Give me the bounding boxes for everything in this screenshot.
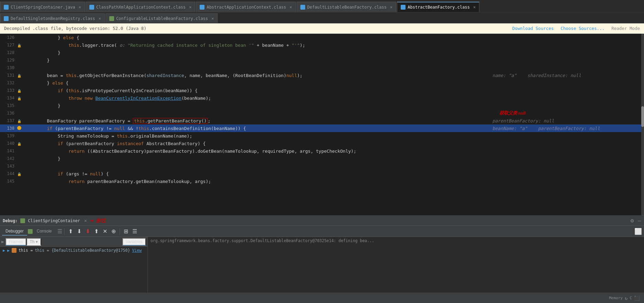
line-number: 127 [0,41,17,49]
vertical-scrollbar[interactable] [641,34,644,215]
code-cell: } else { [24,34,492,41]
debug-minimize-icon[interactable]: — [638,217,641,224]
tab-close-defaultsingleton[interactable]: × [99,16,101,21]
line-number: 140 [0,140,17,147]
table-view-button[interactable]: ⊞ [122,227,130,236]
tab-variables[interactable]: Variables [122,238,146,246]
tab-icon-clientspring [4,5,9,10]
tab-close-configurablelistable[interactable]: × [211,16,214,21]
tab-abstractbean[interactable]: AbstractBeanFactory.class × [397,2,479,12]
code-cell: return ((AbstractBeanFactory)parentBeanF… [24,147,492,155]
gutter-cell: 🔒 [17,94,24,102]
reader-mode-link[interactable]: Reader Mode [611,26,640,31]
evaluate-button[interactable]: ✕ [101,227,109,236]
table-row: 129 } [0,56,644,64]
tab-configurablelistable[interactable]: ConfigurableListableBeanFactory.class × [106,13,218,23]
debug-settings-icon[interactable]: ⚙ [631,217,634,224]
debug-toolbar: Debugger Console ☰ ⬆ ⬇ ⬇ ⬆ ✕ ⊕ ⊞ ☰ ⬜ [0,226,644,237]
tab-close-defaultlistable[interactable]: × [390,5,392,10]
table-row: 140 🔒 if (parentBeanFactory instanceof A… [0,140,644,147]
debug-frames-list[interactable]: ▶ ▶ this = this = {DefaultListableBeanFa… [0,247,147,293]
decompiled-info: Decompiled .class file, bytecode version… [4,26,146,31]
tab-defaultlistable[interactable]: DefaultListableBeanFactory.class × [297,2,396,12]
tab-icon-abstractapp [200,5,204,10]
memory-bar: Memory ↻ C ⬛ [0,293,644,303]
hint-cell [492,102,644,109]
table-row: 127 🔒 this.logger.trace( o: "Returning c… [0,41,644,49]
table-row: 134 🔒 throw new BeanCurrentlyInCreationE… [0,94,644,102]
line-number: 144 [0,170,17,177]
tab-frames[interactable]: Frames [5,238,26,246]
tab-icon-defaultsingleton [4,16,9,21]
table-row: 144 🔒 if (args != null) { [0,170,644,177]
gutter-cell: 🔒 [17,72,24,79]
breakpoint-icon [17,126,21,130]
download-sources-link[interactable]: Download Sources [512,26,554,31]
lock-icon: 🔒 [17,74,21,78]
code-cell: } [24,102,492,109]
tab-close-abstractapp[interactable]: × [290,5,292,10]
code-table: 126 } else { 127 🔒 this.logger.trace( o:… [0,34,644,185]
gutter-cell [17,155,24,162]
hint-cell: name: "a" sharedInstance: null [492,72,644,79]
panel-expand-icon[interactable]: ⬜ [634,228,642,235]
step-over-button[interactable]: ⬆ [67,227,75,236]
code-cell: bean = this.getObjectForBeanInstance(sha… [24,72,492,79]
code-cell: return parentBeanFactory.getBean(nameTol… [24,177,492,185]
debug-session-name: ClientSpringContainer [28,218,80,223]
maximize-icon[interactable]: ⬛ [634,295,640,301]
code-cell: if (args != null) { [24,170,492,177]
tab-close-clientspring[interactable]: × [79,5,81,10]
tab-bar-row2: DefaultSingletonBeanRegistry.class × Con… [0,12,644,23]
gutter-cell: 🔒 [17,87,24,94]
debug-session-close[interactable]: × [84,218,87,223]
tab-close-classpathxml[interactable]: × [189,5,191,10]
tab-console[interactable]: Console [33,227,55,236]
hint-cell: beanName: "a" parentBeanFactory: null [492,125,644,132]
code-cell: } [24,56,492,64]
trace-button[interactable]: ⊕ [110,227,118,236]
line-number: 143 [0,162,17,170]
menu-icon[interactable]: ☰ [57,228,62,235]
annotation-text: 获取父类 null [499,110,526,116]
code-scroll[interactable]: 126 } else { 127 🔒 this.logger.trace( o:… [0,34,644,215]
tab-close-abstractbean[interactable]: × [473,5,476,10]
frame-this-value: this = {DefaultListableBeanFactory@1750} [35,248,130,253]
debug-content: ▶ Frames Th ▾ Variables ▶ ▶ this = this … [0,237,644,293]
gutter-cell [17,162,24,170]
code-cell: if (parentBeanFactory != null && !this.c… [24,125,492,132]
frame-entry: ▶ ▶ this = this = {DefaultListableBeanFa… [0,247,147,254]
expand-arrow-icon: ▶ [1,239,4,244]
view-link[interactable]: View [132,248,142,253]
hint-cell: parentBeanFactory: null [492,117,644,125]
list-view-button[interactable]: ☰ [131,227,139,236]
hint-cell [492,56,644,64]
debug-header: Debug: ClientSpringContainer × ➜ 步过 ⚙ — [0,216,644,226]
choose-sources-link[interactable]: Choose Sources... [560,26,604,31]
scrollbar-thumb[interactable] [641,106,644,127]
gutter-cell [17,125,24,132]
tab-icon-configurablelistable [109,16,114,21]
gutter-cell: 🔒 [17,117,24,125]
tab-defaultsingleton[interactable]: DefaultSingletonBeanRegistry.class × [0,13,105,23]
frame-arrow2-icon: ▶ [7,248,10,253]
tab-classpathxml[interactable]: ClassPathXmlApplicationContext.class × [86,2,195,12]
tab-threads[interactable]: Th ▾ [26,238,41,246]
tab-clientspring[interactable]: ClientSpringContainer.java × [0,2,85,12]
tab-abstractapp[interactable]: AbstractApplicationContext.class × [196,2,296,12]
debug-subtabs: ▶ Frames Th ▾ Variables [0,237,147,247]
lock-icon: 🔒 [17,119,21,123]
code-cell: } else { [24,79,492,87]
code-cell: throw new BeanCurrentlyInCreationExcepti… [24,94,492,102]
table-row: 130 [0,64,644,72]
table-row: 145 return parentBeanFactory.getBean(nam… [0,177,644,185]
hint-cell [492,49,644,56]
step-out-button[interactable]: ⬇ [84,227,92,236]
tab-debugger[interactable]: Debugger [2,227,27,236]
code-cell: if (parentBeanFactory instanceof Abstrac… [24,140,492,147]
highlighted-box: this.getParentBeanFactory() [133,118,208,124]
step-into-button[interactable]: ⬇ [75,227,83,236]
run-to-cursor-button[interactable]: ⬆ [92,227,100,236]
refresh-icon[interactable]: ↻ [625,295,628,301]
tab-label-abstractbean: AbstractBeanFactory.class [408,5,470,10]
